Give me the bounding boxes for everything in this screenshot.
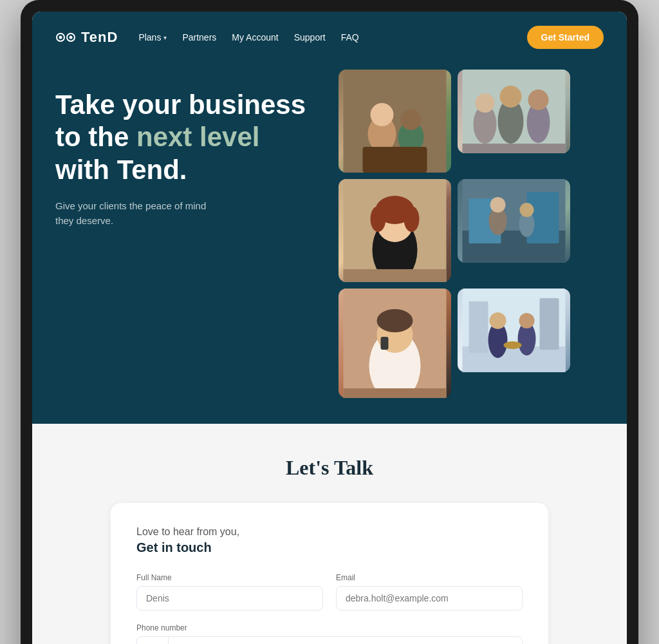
nav-partners-label: Partners — [182, 32, 216, 43]
photo-6 — [458, 289, 570, 372]
screen: TenD Plans ▾ Partners My Account Support — [32, 12, 627, 644]
phone-input[interactable] — [179, 637, 522, 644]
hero-text: Take your business to the next level wit… — [55, 70, 326, 228]
logo-text: TenD — [81, 29, 118, 46]
heading-highlight: next level — [136, 122, 259, 152]
svg-point-3 — [70, 36, 73, 39]
get-started-button[interactable]: Get Started — [527, 26, 604, 49]
svg-point-48 — [504, 341, 522, 349]
photo-2 — [458, 70, 570, 153]
email-label: Email — [336, 573, 523, 582]
device-frame: TenD Plans ▾ Partners My Account Support — [21, 0, 638, 644]
photo-5 — [339, 289, 451, 398]
photo-1 — [339, 70, 451, 173]
contact-card: Love to hear from you, Get in touch Full… — [111, 503, 548, 644]
hero-subtext-line1: Give your clients the peace of mind — [55, 200, 206, 211]
svg-point-9 — [401, 109, 422, 130]
hero-subtext-line2: they deserve. — [55, 215, 113, 226]
contact-section: Let's Talk Love to hear from you, Get in… — [32, 424, 627, 644]
form-group-email: Email — [336, 573, 523, 611]
section-title: Let's Talk — [55, 456, 604, 480]
svg-point-15 — [500, 86, 522, 108]
heading-line1: Take your business — [55, 90, 306, 120]
svg-point-31 — [490, 197, 506, 213]
nav-account-label: My Account — [232, 32, 278, 43]
phone-input-wrapper: 🇺🇦 ∨ | — [136, 636, 523, 644]
full-name-input[interactable] — [136, 586, 323, 611]
svg-rect-25 — [344, 269, 447, 282]
svg-point-47 — [519, 313, 535, 328]
nav-plans-label: Plans — [138, 32, 161, 43]
nav-partners[interactable]: Partners — [182, 32, 216, 43]
nav-links: Plans ▾ Partners My Account Support FAQ — [138, 32, 506, 43]
photo-3 — [339, 179, 451, 282]
heading-line2-prefix: to the — [55, 122, 136, 152]
svg-point-13 — [476, 93, 495, 113]
hero-body: Take your business to the next level wit… — [32, 63, 627, 424]
svg-point-45 — [490, 312, 506, 329]
full-name-label: Full Name — [136, 573, 323, 582]
svg-rect-39 — [344, 388, 447, 398]
photo-grid — [339, 70, 570, 398]
form-row-phone: Phone number 🇺🇦 ∨ | — [136, 623, 523, 644]
hero-heading: Take your business to the next level wit… — [55, 89, 326, 186]
nav-my-account[interactable]: My Account — [232, 32, 278, 43]
logo-icon — [55, 31, 76, 44]
svg-point-17 — [528, 90, 549, 110]
email-input[interactable] — [336, 586, 523, 611]
hero-section: TenD Plans ▾ Partners My Account Support — [32, 12, 627, 424]
phone-separator: | — [169, 637, 179, 644]
svg-rect-42 — [469, 301, 488, 353]
card-title: Get in touch — [136, 540, 523, 555]
phone-flag[interactable]: 🇺🇦 ∨ — [137, 637, 169, 644]
svg-point-33 — [520, 203, 534, 217]
nav-plans[interactable]: Plans ▾ — [138, 32, 167, 43]
svg-point-7 — [371, 103, 394, 126]
svg-point-1 — [59, 36, 62, 39]
phone-label: Phone number — [136, 623, 523, 632]
svg-point-24 — [404, 206, 420, 232]
navbar: TenD Plans ▾ Partners My Account Support — [32, 12, 627, 63]
form-group-phone: Phone number 🇺🇦 ∨ | — [136, 623, 523, 644]
svg-rect-43 — [540, 298, 559, 350]
nav-support-label: Support — [294, 32, 326, 43]
svg-rect-10 — [363, 147, 427, 173]
heading-line3: with Tend. — [55, 155, 187, 185]
svg-rect-38 — [381, 337, 389, 350]
nav-faq[interactable]: FAQ — [341, 32, 359, 43]
svg-rect-18 — [463, 144, 566, 153]
photo-4 — [458, 179, 570, 263]
nav-faq-label: FAQ — [341, 32, 359, 43]
logo[interactable]: TenD — [55, 29, 118, 46]
card-subtitle: Love to hear from you, — [136, 526, 523, 538]
form-row-name-email: Full Name Email — [136, 573, 523, 611]
nav-support[interactable]: Support — [294, 32, 326, 43]
svg-point-23 — [371, 206, 386, 232]
form-group-name: Full Name — [136, 573, 323, 611]
chevron-down-icon: ▾ — [163, 34, 167, 41]
svg-point-37 — [377, 309, 413, 332]
hero-subtext: Give your clients the peace of mind they… — [55, 199, 326, 228]
